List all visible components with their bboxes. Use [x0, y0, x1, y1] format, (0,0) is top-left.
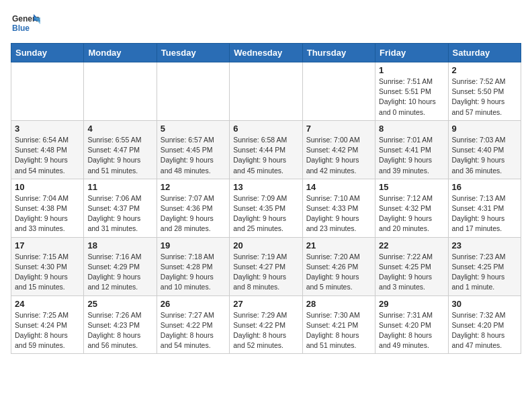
day-number: 1 [379, 65, 444, 75]
header: General Blue [11, 11, 521, 38]
day-number: 17 [15, 240, 80, 250]
calendar-cell: 21Sunrise: 7:20 AM Sunset: 4:26 PM Dayli… [302, 237, 375, 295]
day-info: Sunrise: 7:51 AM Sunset: 5:51 PM Dayligh… [379, 77, 444, 118]
day-number: 19 [161, 240, 226, 250]
calendar-cell: 26Sunrise: 7:27 AM Sunset: 4:22 PM Dayli… [157, 295, 229, 354]
day-number: 10 [15, 182, 80, 192]
day-info: Sunrise: 7:15 AM Sunset: 4:30 PM Dayligh… [15, 252, 80, 293]
calendar-cell: 14Sunrise: 7:10 AM Sunset: 4:33 PM Dayli… [302, 179, 375, 237]
calendar-cell: 17Sunrise: 7:15 AM Sunset: 4:30 PM Dayli… [11, 237, 84, 295]
calendar-cell: 24Sunrise: 7:25 AM Sunset: 4:24 PM Dayli… [11, 295, 84, 354]
calendar-header-wednesday: Wednesday [230, 44, 302, 62]
day-number: 13 [233, 182, 298, 192]
day-info: Sunrise: 7:00 AM Sunset: 4:42 PM Dayligh… [306, 135, 371, 176]
day-number: 26 [161, 299, 226, 309]
calendar-cell: 19Sunrise: 7:18 AM Sunset: 4:28 PM Dayli… [157, 237, 229, 295]
day-number: 30 [452, 299, 517, 309]
calendar-cell: 1Sunrise: 7:51 AM Sunset: 5:51 PM Daylig… [375, 62, 448, 121]
calendar-cell: 12Sunrise: 7:07 AM Sunset: 4:36 PM Dayli… [157, 179, 229, 237]
day-info: Sunrise: 7:12 AM Sunset: 4:32 PM Dayligh… [379, 193, 444, 234]
calendar-cell [230, 62, 302, 121]
day-number: 6 [233, 124, 298, 134]
calendar-header-monday: Monday [84, 44, 157, 62]
day-number: 18 [87, 240, 152, 250]
day-info: Sunrise: 7:20 AM Sunset: 4:26 PM Dayligh… [306, 252, 371, 293]
day-info: Sunrise: 7:13 AM Sunset: 4:31 PM Dayligh… [452, 193, 517, 234]
calendar-cell: 3Sunrise: 6:54 AM Sunset: 4:48 PM Daylig… [11, 120, 84, 179]
calendar-cell: 18Sunrise: 7:16 AM Sunset: 4:29 PM Dayli… [84, 237, 157, 295]
day-info: Sunrise: 7:27 AM Sunset: 4:22 PM Dayligh… [161, 310, 226, 351]
calendar-cell: 28Sunrise: 7:30 AM Sunset: 4:21 PM Dayli… [302, 295, 375, 354]
calendar-header-sunday: Sunday [11, 44, 84, 62]
day-info: Sunrise: 7:32 AM Sunset: 4:20 PM Dayligh… [452, 310, 517, 351]
day-number: 9 [452, 124, 517, 134]
day-number: 3 [15, 124, 80, 134]
day-number: 5 [161, 124, 226, 134]
calendar-header-saturday: Saturday [448, 44, 521, 62]
calendar-cell: 6Sunrise: 6:58 AM Sunset: 4:44 PM Daylig… [230, 120, 302, 179]
day-number: 22 [379, 240, 444, 250]
day-number: 2 [452, 65, 517, 75]
calendar-week-4: 24Sunrise: 7:25 AM Sunset: 4:24 PM Dayli… [11, 295, 521, 354]
calendar-cell [11, 62, 84, 121]
day-info: Sunrise: 7:23 AM Sunset: 4:25 PM Dayligh… [452, 252, 517, 293]
calendar-cell: 4Sunrise: 6:55 AM Sunset: 4:47 PM Daylig… [84, 120, 157, 179]
day-info: Sunrise: 7:07 AM Sunset: 4:36 PM Dayligh… [161, 193, 226, 234]
day-info: Sunrise: 7:06 AM Sunset: 4:37 PM Dayligh… [87, 193, 152, 234]
day-number: 14 [306, 182, 371, 192]
calendar-cell: 15Sunrise: 7:12 AM Sunset: 4:32 PM Dayli… [375, 179, 448, 237]
calendar-header-tuesday: Tuesday [157, 44, 229, 62]
day-number: 29 [379, 299, 444, 309]
calendar-cell: 10Sunrise: 7:04 AM Sunset: 4:38 PM Dayli… [11, 179, 84, 237]
calendar-cell: 13Sunrise: 7:09 AM Sunset: 4:35 PM Dayli… [230, 179, 302, 237]
svg-text:Blue: Blue [12, 24, 30, 33]
day-info: Sunrise: 7:52 AM Sunset: 5:50 PM Dayligh… [452, 77, 517, 118]
day-info: Sunrise: 7:29 AM Sunset: 4:22 PM Dayligh… [233, 310, 298, 351]
day-number: 12 [161, 182, 226, 192]
calendar-cell: 30Sunrise: 7:32 AM Sunset: 4:20 PM Dayli… [448, 295, 521, 354]
calendar-cell: 16Sunrise: 7:13 AM Sunset: 4:31 PM Dayli… [448, 179, 521, 237]
day-info: Sunrise: 7:04 AM Sunset: 4:38 PM Dayligh… [15, 193, 80, 234]
calendar-cell: 23Sunrise: 7:23 AM Sunset: 4:25 PM Dayli… [448, 237, 521, 295]
calendar-cell: 27Sunrise: 7:29 AM Sunset: 4:22 PM Dayli… [230, 295, 302, 354]
day-number: 27 [233, 299, 298, 309]
calendar-header-row: SundayMondayTuesdayWednesdayThursdayFrid… [11, 44, 521, 62]
day-number: 23 [452, 240, 517, 250]
day-number: 8 [379, 124, 444, 134]
day-info: Sunrise: 7:18 AM Sunset: 4:28 PM Dayligh… [161, 252, 226, 293]
day-number: 25 [87, 299, 152, 309]
calendar: SundayMondayTuesdayWednesdayThursdayFrid… [11, 43, 521, 354]
calendar-cell [302, 62, 375, 121]
logo: General Blue [11, 11, 40, 38]
day-info: Sunrise: 7:10 AM Sunset: 4:33 PM Dayligh… [306, 193, 371, 234]
calendar-cell: 25Sunrise: 7:26 AM Sunset: 4:23 PM Dayli… [84, 295, 157, 354]
day-info: Sunrise: 7:26 AM Sunset: 4:23 PM Dayligh… [87, 310, 152, 351]
day-info: Sunrise: 6:57 AM Sunset: 4:45 PM Dayligh… [161, 135, 226, 176]
calendar-cell: 29Sunrise: 7:31 AM Sunset: 4:20 PM Dayli… [375, 295, 448, 354]
day-number: 20 [233, 240, 298, 250]
calendar-cell [157, 62, 229, 121]
calendar-cell: 11Sunrise: 7:06 AM Sunset: 4:37 PM Dayli… [84, 179, 157, 237]
day-number: 15 [379, 182, 444, 192]
day-info: Sunrise: 7:30 AM Sunset: 4:21 PM Dayligh… [306, 310, 371, 351]
day-info: Sunrise: 6:58 AM Sunset: 4:44 PM Dayligh… [233, 135, 298, 176]
calendar-cell: 2Sunrise: 7:52 AM Sunset: 5:50 PM Daylig… [448, 62, 521, 121]
day-info: Sunrise: 6:55 AM Sunset: 4:47 PM Dayligh… [87, 135, 152, 176]
calendar-cell: 22Sunrise: 7:22 AM Sunset: 4:25 PM Dayli… [375, 237, 448, 295]
day-info: Sunrise: 7:31 AM Sunset: 4:20 PM Dayligh… [379, 310, 444, 351]
day-info: Sunrise: 7:16 AM Sunset: 4:29 PM Dayligh… [87, 252, 152, 293]
day-info: Sunrise: 7:09 AM Sunset: 4:35 PM Dayligh… [233, 193, 298, 234]
day-info: Sunrise: 7:25 AM Sunset: 4:24 PM Dayligh… [15, 310, 80, 351]
day-info: Sunrise: 6:54 AM Sunset: 4:48 PM Dayligh… [15, 135, 80, 176]
calendar-header-friday: Friday [375, 44, 448, 62]
day-number: 21 [306, 240, 371, 250]
calendar-week-3: 17Sunrise: 7:15 AM Sunset: 4:30 PM Dayli… [11, 237, 521, 295]
day-number: 11 [87, 182, 152, 192]
calendar-cell: 7Sunrise: 7:00 AM Sunset: 4:42 PM Daylig… [302, 120, 375, 179]
day-info: Sunrise: 7:19 AM Sunset: 4:27 PM Dayligh… [233, 252, 298, 293]
calendar-cell: 9Sunrise: 7:03 AM Sunset: 4:40 PM Daylig… [448, 120, 521, 179]
calendar-cell: 8Sunrise: 7:01 AM Sunset: 4:41 PM Daylig… [375, 120, 448, 179]
day-number: 28 [306, 299, 371, 309]
day-info: Sunrise: 7:01 AM Sunset: 4:41 PM Dayligh… [379, 135, 444, 176]
page: General Blue SundayMondayTuesdayWednesda… [0, 0, 532, 365]
